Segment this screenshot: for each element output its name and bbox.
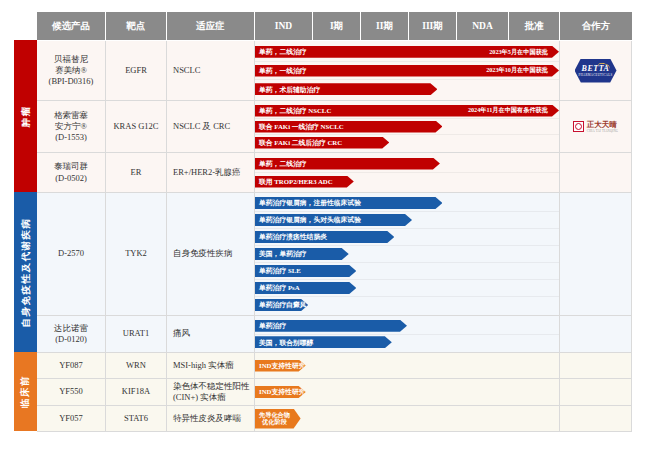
bar-label: 联合 FAKi 一线治疗 NSCLC [259, 123, 344, 130]
col-indication: 适应症 [167, 12, 255, 40]
bar-track: 单药治疗溃疡性结肠炎 [255, 229, 559, 246]
bar-label: IND支持性研究 [259, 362, 305, 369]
timeline-cell: 单药治疗美国，联合别嘌醇 [255, 316, 560, 353]
section-strip-preclinical: 临床前 [14, 352, 37, 431]
product-cell: 贝福替尼 赛美纳® (BPI-D0316) [37, 41, 106, 101]
pipeline-bar: 单药治疗溃疡性结肠炎 [255, 231, 394, 243]
section-label-oncology: 肿瘤 [19, 105, 32, 127]
target-cell: KRAS G12C [106, 101, 167, 153]
bar-track: 联用 TROP2/HER3 ADC [255, 173, 559, 190]
partner-cell: BETTAPHARMACEUTICALS [560, 41, 632, 101]
target-cell: STAT6 [106, 406, 167, 432]
col-approval: 批准 [509, 12, 560, 40]
bar-track: 单药，二线治疗 NSCLC2024年11月在中国有条件获批 [255, 103, 559, 119]
bar-label: 联合 FAKi 二线后治疗 CRC [259, 139, 342, 146]
bar-label: 美国，联合别嘌醇 [259, 339, 313, 346]
indication-cell: 痛风 [167, 316, 255, 353]
pipeline-bar: 美国，联合别嘌醇 [255, 336, 392, 348]
col-phase-iii: III期 [409, 12, 457, 40]
target-cell: TYK2 [106, 193, 167, 316]
timeline-cell: IND支持性研究 [255, 379, 560, 406]
product-cell: 达比诺雷 (D-0120) [37, 316, 106, 353]
approval-date-label: 2023年5月在中国获批 [489, 48, 559, 56]
bar-label: 单药治疗 SLE [259, 267, 301, 274]
chia-tai-tianqing-logo: 正大天晴CHIA TAI TIANQING [573, 121, 618, 133]
product-cell: YF057 [37, 406, 106, 432]
pipeline-row: YF550KIF18A染色体不稳定性阳性 (CIN+) 实体瘤IND支持性研究 [37, 379, 632, 406]
indication-cell: 特异性皮炎及哮喘 [167, 406, 255, 432]
pipeline-row: 格索雷塞 安方宁® (D-1553)KRAS G12CNSCLC 及 CRC单药… [37, 101, 632, 153]
indication-cell: 染色体不稳定性阳性 (CIN+) 实体瘤 [167, 379, 255, 406]
product-cell: YF087 [37, 353, 106, 379]
col-ind: IND [255, 12, 313, 40]
bar-track: 单药，二线治疗2023年5月在中国获批 [255, 43, 559, 62]
pipeline-bar: 单药，二线治疗 [255, 158, 440, 170]
partner-cell [560, 406, 632, 432]
section-strip-autoimmune-metabolic: 自身免疫性及代谢疾病 [14, 192, 37, 352]
bar-track: 单药治疗白癜风 [255, 297, 559, 313]
bar-label: 单药治疗 PsA [259, 284, 300, 291]
bar-track: 美国，单药治疗 [255, 246, 559, 263]
approval-date-label: 2024年11月在中国有条件获批 [468, 106, 559, 114]
section-oncology: 贝福替尼 赛美纳® (BPI-D0316)EGFRNSCLC单药，二线治疗202… [37, 41, 632, 193]
pipeline-row: YF087WRNMSI-high 实体瘤IND支持性研究 [37, 353, 632, 379]
bar-track: IND支持性研究 [255, 381, 559, 403]
pipeline-bar: 单药治疗银屑病，头对头临床试验 [255, 214, 412, 226]
table-header: 候选产品靶点适应症INDI期II期III期NDA批准合作方 [37, 12, 632, 40]
bar-label: 单药，二线治疗 NSCLC [259, 107, 331, 114]
timeline-cell: 先导化合物 优化阶段 [255, 406, 560, 432]
ctq-ring-icon [573, 121, 584, 132]
partner-cell [560, 193, 632, 316]
pipeline-bar: 单药，一线治疗2023年10月在中国获批 [255, 65, 559, 77]
partner-cell [560, 379, 632, 406]
timeline-cell: IND支持性研究 [255, 353, 560, 379]
timeline-cell: 单药治疗银屑病，注册性临床试验单药治疗银屑病，头对头临床试验单药治疗溃疡性结肠炎… [255, 193, 560, 316]
product-cell: 泰瑞司群 (D-0502) [37, 153, 106, 193]
col-nda: NDA [457, 12, 509, 40]
product-cell: D-2570 [37, 193, 106, 316]
bar-label: 单药治疗 [259, 322, 286, 329]
indication-cell: ER+/HER2-乳腺癌 [167, 153, 255, 193]
bar-track: 单药，一线治疗2023年10月在中国获批 [255, 62, 559, 81]
partner-cell: 正大天晴CHIA TAI TIANQING [560, 101, 632, 153]
col-candidate-product: 候选产品 [37, 12, 106, 40]
pipeline-bar: 联用 TROP2/HER3 ADC [255, 176, 354, 188]
pipeline-row: YF057STAT6特异性皮炎及哮喘先导化合物 优化阶段 [37, 406, 632, 432]
pipeline-row: 贝福替尼 赛美纳® (BPI-D0316)EGFRNSCLC单药，二线治疗202… [37, 41, 632, 101]
bar-track: 联合 FAKi 二线后治疗 CRC [255, 135, 559, 150]
bar-label: 单药，二线治疗 [259, 160, 307, 167]
bar-track: 单药，术后辅助治疗 [255, 80, 559, 98]
target-cell: WRN [106, 353, 167, 379]
bar-label: 联用 TROP2/HER3 ADC [259, 178, 333, 185]
pipeline-bar: 单药，二线治疗 NSCLC2024年11月在中国有条件获批 [255, 105, 559, 117]
partner-cell [560, 153, 632, 193]
col-phase-i: I期 [313, 12, 361, 40]
timeline-cell: 单药，二线治疗联用 TROP2/HER3 ADC [255, 153, 560, 193]
section-label-autoimmune-metabolic: 自身免疫性及代谢疾病 [19, 217, 32, 327]
target-cell: URAT1 [106, 316, 167, 353]
indication-cell: NSCLC [167, 41, 255, 101]
pipeline-bar: IND支持性研究 [255, 360, 306, 372]
indication-cell: 自身免疫性疾病 [167, 193, 255, 316]
ctq-logo-name: 正大天晴 [587, 121, 617, 129]
pipeline-bar: 单药治疗白癜风 [255, 299, 308, 311]
bar-track: IND支持性研究 [255, 355, 559, 376]
bar-track: 单药，二线治疗 [255, 155, 559, 173]
betta-pharmaceuticals-logo: BETTAPHARMACEUTICALS [575, 59, 617, 83]
ctq-logo-text: 正大天晴CHIA TAI TIANQING [587, 121, 618, 133]
pipeline-bar: 联合 FAKi 二线后治疗 CRC [255, 137, 389, 149]
bar-label: 美国，单药治疗 [259, 250, 307, 257]
pipeline-bar: 单药，术后辅助治疗 [255, 83, 437, 95]
bar-track: 先导化合物 优化阶段 [255, 408, 559, 429]
drug-pipeline-figure: 肿瘤自身免疫性及代谢疾病临床前 候选产品靶点适应症INDI期II期III期NDA… [0, 0, 650, 449]
pipeline-table: 候选产品靶点适应症INDI期II期III期NDA批准合作方 贝福替尼 赛美纳® … [37, 12, 632, 432]
bar-track: 单药治疗银屑病，注册性临床试验 [255, 195, 559, 212]
indication-cell: MSI-high 实体瘤 [167, 353, 255, 379]
bar-track: 单药治疗银屑病，头对头临床试验 [255, 212, 559, 229]
pipeline-bar: IND支持性研究 [255, 386, 306, 398]
pipeline-row: 达比诺雷 (D-0120)URAT1痛风单药治疗美国，联合别嘌醇 [37, 316, 632, 353]
product-cell: 格索雷塞 安方宁® (D-1553) [37, 101, 106, 153]
timeline-cell: 单药，二线治疗2023年5月在中国获批单药，一线治疗2023年10月在中国获批单… [255, 41, 560, 101]
pipeline-bar: 单药，二线治疗2023年5月在中国获批 [255, 46, 559, 58]
betta-logo-subtext: PHARMACEUTICALS [579, 73, 613, 77]
